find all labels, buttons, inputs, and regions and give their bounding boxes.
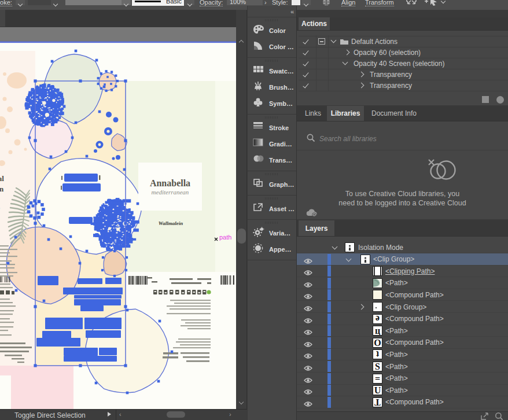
svg-text:Annabella: Annabella — [150, 178, 190, 188]
svg-text:mediterranean: mediterranean — [152, 189, 189, 196]
svg-text:Wallmalein: Wallmalein — [159, 220, 183, 226]
svg-text:path: path — [219, 234, 231, 241]
svg-text:cal: cal — [0, 174, 4, 183]
svg-text:ion: ion — [0, 185, 4, 193]
